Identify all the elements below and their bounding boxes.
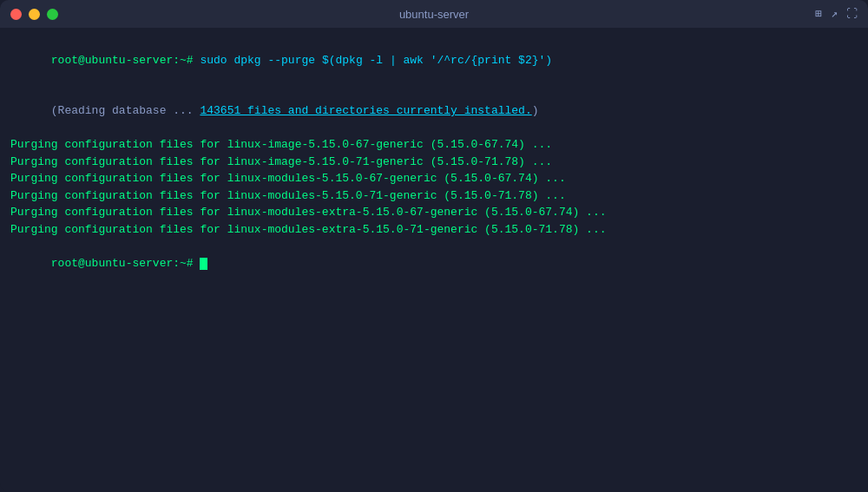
titlebar-icon-3[interactable]: ⛶ [846,8,858,21]
purge-line-1: Purging configuration files for linux-im… [10,136,858,154]
reading-line: (Reading database ... 143651 files and d… [10,86,858,137]
close-button[interactable] [10,9,22,20]
titlebar-actions: ⊞ ↗ ⛶ [815,7,858,21]
reading-text-after: ) [532,104,539,117]
command-text: sudo dpkg --purge $(dpkg -l | awk '/^rc/… [200,54,552,67]
purge-line-3: Purging configuration files for linux-mo… [10,170,858,187]
reading-text-before: (Reading database ... [51,104,201,117]
purge-line-6: Purging configuration files for linux-mo… [10,221,858,239]
titlebar-icon-2[interactable]: ↗ [831,7,838,21]
prompt: root@ubuntu-server:~# [51,54,201,67]
purge-line-4: Purging configuration files for linux-mo… [10,187,858,205]
purge-line-2: Purging configuration files for linux-im… [10,154,858,171]
minimize-button[interactable] [29,9,40,20]
titlebar: ubuntu-server ⊞ ↗ ⛶ [0,0,868,28]
maximize-button[interactable] [47,9,58,20]
command-line: root@ubuntu-server:~# sudo dpkg --purge … [10,35,858,86]
terminal-body[interactable]: root@ubuntu-server:~# sudo dpkg --purge … [0,28,868,492]
titlebar-icon-1[interactable]: ⊞ [815,7,822,21]
terminal-window: ubuntu-server ⊞ ↗ ⛶ root@ubuntu-server:~… [0,0,868,492]
cursor [200,258,207,270]
purge-line-5: Purging configuration files for linux-mo… [10,204,858,221]
final-prompt: root@ubuntu-server:~# [51,257,201,270]
reading-text-highlight: 143651 files and directories currently i… [200,104,531,117]
window-controls [10,9,58,20]
final-prompt-line: root@ubuntu-server:~# [10,238,858,289]
window-title: ubuntu-server [399,8,469,21]
